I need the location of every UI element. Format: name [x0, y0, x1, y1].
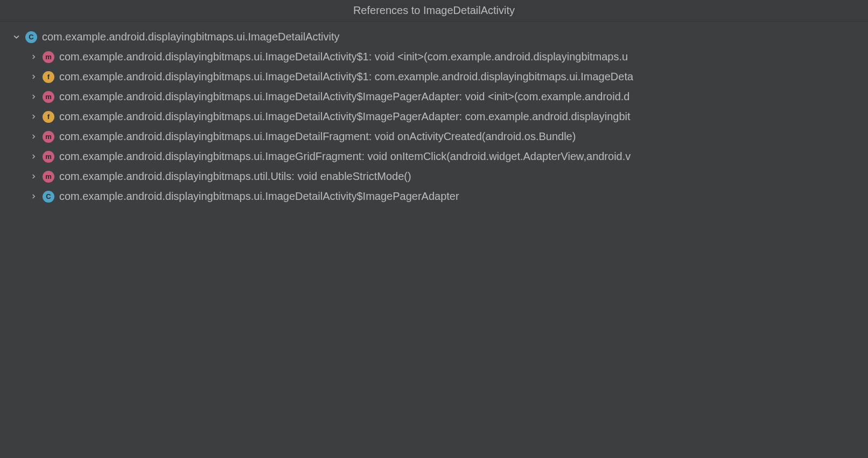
- chevron-right-icon[interactable]: [28, 94, 39, 99]
- tree-row-label: com.example.android.displayingbitmaps.ui…: [59, 150, 631, 163]
- tree-child-row[interactable]: m com.example.android.displayingbitmaps.…: [0, 87, 868, 107]
- tree-row-label: com.example.android.displayingbitmaps.ui…: [59, 130, 576, 143]
- chevron-right-icon[interactable]: [28, 114, 39, 119]
- field-icon: f: [43, 111, 54, 123]
- tree-row-label: com.example.android.displayingbitmaps.ui…: [59, 71, 633, 83]
- method-icon: m: [43, 131, 54, 143]
- title-bar: References to ImageDetailActivity: [0, 0, 868, 22]
- tree-child-row[interactable]: m com.example.android.displayingbitmaps.…: [0, 47, 868, 67]
- class-icon: C: [43, 191, 54, 203]
- tree-row-label: com.example.android.displayingbitmaps.ui…: [59, 91, 629, 103]
- references-tree: C com.example.android.displayingbitmaps.…: [0, 22, 868, 212]
- method-icon: m: [43, 171, 54, 183]
- tree-row-label: com.example.android.displayingbitmaps.ui…: [59, 51, 628, 63]
- chevron-right-icon[interactable]: [28, 54, 39, 59]
- tree-row-label: com.example.android.displayingbitmaps.ui…: [59, 110, 631, 123]
- chevron-right-icon[interactable]: [28, 74, 39, 79]
- tree-row-label: com.example.android.displayingbitmaps.ut…: [59, 170, 411, 183]
- tree-child-row[interactable]: C com.example.android.displayingbitmaps.…: [0, 186, 868, 206]
- class-icon: C: [25, 31, 37, 43]
- tree-row-label: com.example.android.displayingbitmaps.ui…: [59, 190, 459, 203]
- method-icon: m: [43, 51, 54, 63]
- tree-row-label: com.example.android.displayingbitmaps.ui…: [42, 31, 339, 43]
- tree-child-row[interactable]: m com.example.android.displayingbitmaps.…: [0, 127, 868, 147]
- tree-child-row[interactable]: m com.example.android.displayingbitmaps.…: [0, 166, 868, 186]
- field-icon: f: [43, 71, 54, 83]
- chevron-right-icon[interactable]: [28, 174, 39, 179]
- window-title: References to ImageDetailActivity: [353, 4, 515, 17]
- method-icon: m: [43, 151, 54, 163]
- tree-root-row[interactable]: C com.example.android.displayingbitmaps.…: [0, 27, 868, 47]
- chevron-right-icon[interactable]: [28, 154, 39, 159]
- tree-child-row[interactable]: f com.example.android.displayingbitmaps.…: [0, 67, 868, 87]
- method-icon: m: [43, 91, 54, 103]
- tree-child-row[interactable]: m com.example.android.displayingbitmaps.…: [0, 147, 868, 166]
- chevron-down-icon[interactable]: [11, 34, 22, 40]
- chevron-right-icon[interactable]: [28, 134, 39, 139]
- chevron-right-icon[interactable]: [28, 194, 39, 199]
- tree-child-row[interactable]: f com.example.android.displayingbitmaps.…: [0, 107, 868, 127]
